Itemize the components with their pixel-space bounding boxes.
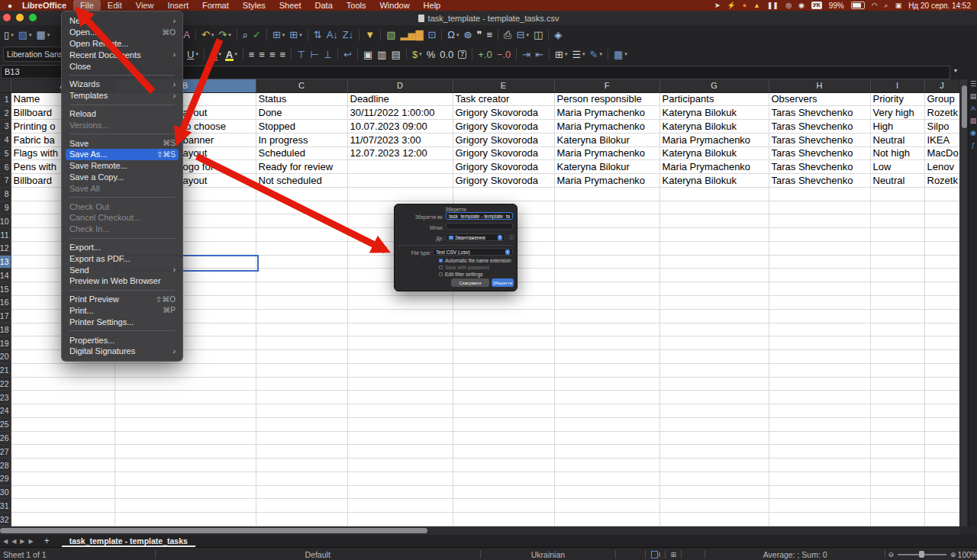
open-file-dropdown-icon[interactable]: ▾ bbox=[29, 32, 32, 38]
menubar-item-data[interactable]: Data bbox=[308, 0, 340, 11]
expand-formula-bar-icon[interactable]: ▾ bbox=[954, 67, 957, 74]
cell-G14[interactable] bbox=[659, 269, 769, 282]
cell-J32[interactable] bbox=[924, 513, 959, 526]
print-icon[interactable]: ⎙ bbox=[501, 27, 514, 43]
cell-C6[interactable]: Ready for review bbox=[256, 160, 347, 174]
cell-J8[interactable] bbox=[924, 187, 959, 201]
cell-G9[interactable] bbox=[659, 201, 769, 214]
cell-B28[interactable] bbox=[114, 459, 256, 472]
menu-item-print-preview[interactable]: Print Preview⇧⌘O bbox=[62, 294, 182, 305]
last-sheet-button[interactable]: ▶ bbox=[28, 538, 33, 545]
cell-F13[interactable] bbox=[554, 255, 659, 269]
cell-E29[interactable] bbox=[453, 471, 554, 485]
cell-D21[interactable] bbox=[347, 363, 453, 377]
keyboard-layout-badge[interactable]: УК bbox=[811, 2, 822, 9]
functions-deck-icon[interactable]: ƒ bbox=[971, 142, 975, 149]
properties-deck-icon[interactable]: ▤ bbox=[970, 93, 977, 100]
cell-D7[interactable] bbox=[347, 174, 453, 188]
cell-J24[interactable] bbox=[924, 404, 959, 418]
cell-F32[interactable] bbox=[554, 513, 659, 526]
cell-B22[interactable] bbox=[114, 377, 256, 391]
cell-D27[interactable] bbox=[347, 445, 453, 459]
cell-G1[interactable]: Participants bbox=[659, 92, 769, 106]
cell-F8[interactable] bbox=[554, 187, 659, 201]
menubar-item-window[interactable]: Window bbox=[372, 0, 416, 11]
cell-I3[interactable]: High bbox=[870, 120, 924, 134]
row-header-30[interactable]: 30 bbox=[0, 485, 11, 499]
open-file-icon[interactable]: ▨▾ bbox=[16, 27, 34, 43]
cell-D8[interactable] bbox=[347, 187, 453, 201]
cell-F6[interactable]: Kateryna Bilokur bbox=[554, 160, 659, 174]
cell-I12[interactable] bbox=[870, 241, 924, 255]
cell-C9[interactable] bbox=[256, 201, 347, 214]
menubar-item-edit[interactable]: Edit bbox=[101, 0, 129, 11]
menu-item-printer-settings[interactable]: Printer Settings... bbox=[62, 316, 182, 327]
cell-H1[interactable]: Observers bbox=[769, 92, 870, 106]
row-header-32[interactable]: 32 bbox=[0, 513, 11, 526]
cell-C29[interactable] bbox=[256, 471, 347, 485]
highlight-color-dropdown-icon[interactable]: ▾ bbox=[234, 51, 237, 57]
row-header-2[interactable]: 2 bbox=[0, 106, 11, 120]
cell-E30[interactable] bbox=[453, 485, 554, 499]
font-color-icon[interactable]: A▾ bbox=[208, 47, 224, 62]
horizontal-scrollbar[interactable] bbox=[0, 526, 959, 535]
battery-percent[interactable]: 99% bbox=[829, 2, 844, 10]
cell-I31[interactable] bbox=[870, 499, 924, 513]
cell-G26[interactable] bbox=[659, 431, 769, 445]
underline-icon[interactable]: U▾ bbox=[185, 47, 201, 62]
cell-J22[interactable] bbox=[924, 377, 959, 391]
cell-C18[interactable] bbox=[256, 323, 347, 336]
cell-F19[interactable] bbox=[554, 336, 659, 350]
save-dropdown-icon[interactable]: ▾ bbox=[47, 32, 50, 38]
lightning-app-icon[interactable]: ⚡ bbox=[727, 2, 735, 9]
cell-E5[interactable]: Grigory Skovoroda bbox=[453, 146, 554, 160]
freeze-rows-columns-icon[interactable]: ⊟▾ bbox=[514, 27, 531, 43]
cell-B29[interactable] bbox=[114, 471, 256, 485]
row-header-17[interactable]: 17 bbox=[0, 309, 11, 323]
cell-H6[interactable]: Taras Shevchenko bbox=[769, 160, 870, 174]
add-sheet-button[interactable]: + bbox=[44, 536, 50, 546]
cell-G19[interactable] bbox=[659, 336, 769, 350]
cell-I32[interactable] bbox=[870, 513, 924, 526]
cell-J21[interactable] bbox=[924, 363, 959, 377]
cell-F22[interactable] bbox=[554, 377, 659, 391]
menu-item-properties[interactable]: Properties... bbox=[62, 334, 182, 346]
column-header-J[interactable]: J bbox=[924, 79, 959, 92]
row-header-19[interactable]: 19 bbox=[0, 336, 11, 350]
cell-I2[interactable]: Very high bbox=[870, 106, 924, 120]
conditional-formatting-dropdown-icon[interactable]: ▾ bbox=[624, 51, 627, 57]
sort-ascending-icon[interactable]: A↓ bbox=[324, 27, 340, 43]
cell-B24[interactable] bbox=[114, 404, 256, 418]
row-header-14[interactable]: 14 bbox=[0, 269, 11, 282]
menu-item-reload[interactable]: Reload bbox=[62, 108, 182, 120]
cell-A24[interactable] bbox=[11, 404, 114, 418]
column-header-E[interactable]: E bbox=[453, 79, 554, 92]
insert-mode-icon[interactable]: I bbox=[646, 548, 665, 560]
border-color-icon[interactable]: ✎▾ bbox=[588, 47, 605, 62]
cell-H5[interactable]: Taras Shevchenko bbox=[769, 146, 870, 160]
cell-J2[interactable]: Rozetk bbox=[924, 106, 959, 120]
menu-item-save-as[interactable]: Save As...⇧⌘S bbox=[66, 149, 179, 160]
cell-B26[interactable] bbox=[114, 431, 256, 445]
cell-J19[interactable] bbox=[924, 336, 959, 350]
cell-J4[interactable]: IKEA bbox=[924, 133, 959, 146]
cell-I18[interactable] bbox=[870, 323, 924, 336]
cell-I7[interactable]: Neutral bbox=[870, 174, 924, 188]
cell-G27[interactable] bbox=[659, 445, 769, 459]
menubar-clock[interactable]: Нд 20 серп. 14:52 bbox=[908, 2, 971, 10]
spotlight-search-icon[interactable]: ⌕ bbox=[885, 2, 888, 9]
cell-G20[interactable] bbox=[659, 350, 769, 364]
insert-hyperlink-icon[interactable]: ⊚ bbox=[462, 27, 475, 43]
cell-C26[interactable] bbox=[256, 431, 347, 445]
autofilter-icon[interactable]: ▼ bbox=[363, 27, 377, 43]
merge-cells-icon[interactable]: ▥ bbox=[375, 47, 389, 62]
cell-C27[interactable] bbox=[256, 445, 347, 459]
cell-H22[interactable] bbox=[769, 377, 870, 391]
cell-J13[interactable] bbox=[924, 255, 959, 269]
menu-item-save-a-copy[interactable]: Save a Copy... bbox=[62, 172, 182, 183]
menu-item-open-remote[interactable]: Open Remote... bbox=[62, 38, 182, 50]
border-style-icon[interactable]: ☰▾ bbox=[569, 47, 587, 62]
menubar-item-file[interactable]: File bbox=[73, 0, 101, 11]
insert-columns-dropdown-icon[interactable]: ▾ bbox=[299, 32, 302, 38]
row-header-21[interactable]: 21 bbox=[0, 363, 11, 377]
